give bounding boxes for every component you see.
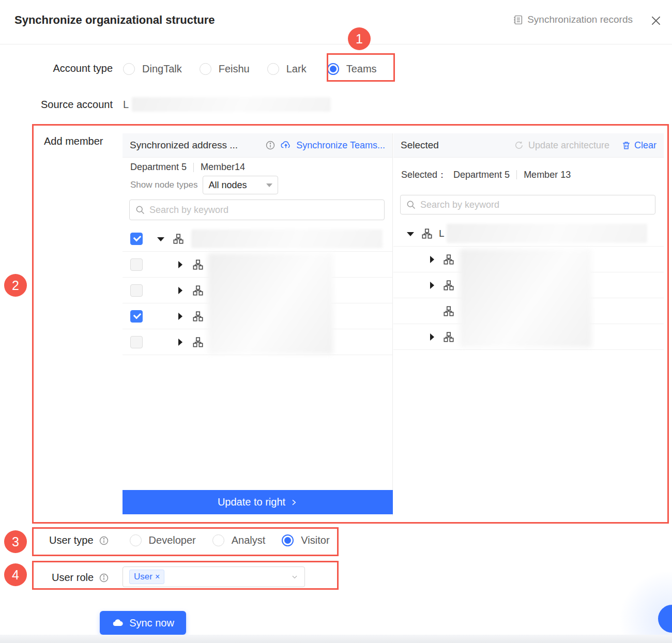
user-type-radio-group: Developer Analyst Visitor: [130, 534, 330, 546]
address-book-title: Synchronized address ...: [130, 140, 238, 151]
selected-search[interactable]: [400, 195, 655, 215]
org-node-icon: [173, 233, 184, 244]
radio-circle-selected[interactable]: [282, 534, 294, 546]
chevron-down-icon: [291, 573, 298, 580]
page-bottom-edge: [0, 635, 672, 643]
sync-now-button[interactable]: Sync now: [100, 611, 186, 635]
tree-row[interactable]: [123, 226, 392, 252]
radio-circle[interactable]: [130, 534, 142, 546]
search-input[interactable]: [149, 205, 379, 216]
search-input[interactable]: [420, 200, 650, 210]
checkbox-unchecked[interactable]: [130, 258, 143, 271]
node-type-select[interactable]: All nodes: [203, 176, 278, 194]
redacted-node-name: [447, 224, 647, 243]
caret-right-icon[interactable]: [429, 282, 436, 289]
caret-down-icon[interactable]: [407, 230, 414, 237]
radio-circle[interactable]: [267, 63, 279, 75]
radio-feishu[interactable]: Feishu: [200, 63, 250, 75]
info-icon[interactable]: [99, 535, 109, 546]
trash-icon: [621, 140, 631, 150]
sync-now-label: Sync now: [129, 617, 174, 629]
radio-label: Lark: [286, 63, 307, 75]
synchronize-teams-link[interactable]: Synchronize Teams...: [296, 140, 385, 151]
radio-label: DingTalk: [142, 63, 182, 75]
sync-org-structure-dialog: Synchronize organizational structure Syn…: [0, 0, 672, 643]
address-book-tree: [123, 226, 392, 355]
radio-label: Visitor: [301, 534, 329, 546]
root-node-label: L: [439, 228, 445, 239]
org-node-icon: [421, 228, 433, 239]
info-icon[interactable]: [265, 140, 276, 150]
checkbox-unchecked[interactable]: [130, 336, 143, 348]
org-node-icon: [443, 280, 454, 291]
update-to-right-button[interactable]: Update to right: [123, 490, 393, 514]
radio-lark[interactable]: Lark: [267, 63, 307, 75]
address-book-counts: Department 5 Member14: [130, 162, 245, 173]
search-icon: [406, 200, 416, 210]
caret-right-icon[interactable]: [177, 313, 184, 320]
annotation-badge-1: 1: [348, 27, 371, 50]
radio-label: Analyst: [232, 534, 266, 546]
address-book-panel-header: Synchronized address ... Synchronize Tea…: [123, 133, 392, 158]
caret-right-icon[interactable]: [429, 333, 436, 341]
records-icon: [512, 14, 523, 25]
floating-button-halo: [618, 569, 672, 643]
update-architecture-label: Update architecture: [528, 140, 609, 151]
address-book-search[interactable]: [129, 200, 385, 220]
checkbox-checked[interactable]: [130, 233, 143, 245]
account-type-radio-group: DingTalk Feishu Lark Teams: [123, 57, 377, 81]
user-role-select[interactable]: User ×: [123, 567, 305, 587]
radio-circle[interactable]: [200, 63, 211, 75]
selected-department-count: Department 5: [453, 170, 510, 180]
floating-help-button[interactable]: [658, 605, 672, 633]
divider: [516, 170, 517, 179]
radio-circle[interactable]: [123, 63, 135, 75]
chevron-down-icon: [266, 183, 272, 187]
redacted-node-names: [460, 249, 592, 347]
tag-remove-icon[interactable]: ×: [155, 572, 160, 581]
redacted-source-account: [132, 97, 331, 112]
annotation-badge-3: 3: [4, 530, 27, 553]
radio-circle[interactable]: [212, 534, 224, 546]
user-type-label: User type: [49, 534, 94, 546]
address-book-panel: Synchronized address ... Synchronize Tea…: [123, 133, 393, 516]
radio-teams[interactable]: Teams: [327, 63, 377, 75]
synchronization-records-link[interactable]: Synchronization records: [512, 14, 633, 25]
selected-member-count: Member 13: [524, 170, 571, 180]
org-node-icon: [192, 336, 204, 348]
radio-developer[interactable]: Developer: [130, 534, 196, 546]
page-title: Synchronize organizational structure: [14, 13, 215, 27]
close-icon[interactable]: [649, 14, 663, 27]
checkbox-checked[interactable]: [130, 310, 143, 323]
caret-down-icon[interactable]: [157, 235, 164, 242]
caret-right-icon[interactable]: [429, 256, 436, 263]
radio-circle-selected[interactable]: [327, 63, 339, 75]
source-account-value: L: [123, 99, 129, 111]
clear-label: Clear: [634, 140, 656, 151]
cloud-sync-icon[interactable]: [280, 140, 292, 151]
update-to-right-label: Update to right: [218, 496, 285, 508]
org-node-icon: [192, 259, 204, 270]
caret-right-icon[interactable]: [177, 339, 184, 346]
update-architecture-button[interactable]: Update architecture: [514, 140, 609, 151]
user-role-tag-label: User: [134, 572, 152, 582]
radio-label: Feishu: [219, 63, 250, 75]
info-icon[interactable]: [99, 573, 109, 583]
caret-right-icon[interactable]: [177, 261, 184, 268]
radio-analyst[interactable]: Analyst: [212, 534, 266, 546]
radio-visitor[interactable]: Visitor: [282, 534, 329, 546]
chevron-right-icon: [289, 498, 298, 507]
caret-right-icon[interactable]: [177, 287, 184, 294]
radio-dingtalk[interactable]: DingTalk: [123, 63, 182, 75]
node-type-value: All nodes: [208, 180, 247, 191]
org-node-icon: [443, 305, 454, 317]
source-account-value-row: L: [123, 97, 331, 112]
selected-tree: L: [393, 221, 664, 350]
org-node-icon: [443, 331, 454, 343]
tree-row[interactable]: L: [393, 221, 664, 247]
user-type-row: User type Developer Analyst Visitor: [49, 534, 330, 546]
selected-panel-header: Selected Update architecture: [393, 133, 664, 158]
checkbox-unchecked[interactable]: [130, 284, 143, 297]
cloud-icon: [112, 617, 124, 629]
clear-button[interactable]: Clear: [621, 140, 656, 151]
